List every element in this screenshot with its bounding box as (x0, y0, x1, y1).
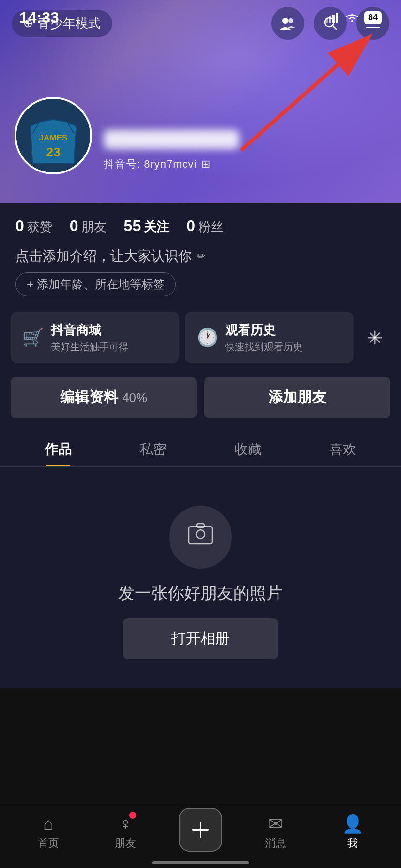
stat-fans: 0 粉丝 (186, 217, 223, 235)
stat-friends-number: 0 (70, 217, 78, 235)
avatar[interactable]: JAMES 23 (15, 97, 92, 174)
svg-text:23: 23 (46, 145, 61, 159)
add-friend-button[interactable]: 添加朋友 (204, 377, 390, 418)
nav-me-label: 我 (347, 836, 358, 851)
open-album-button[interactable]: 打开相册 (123, 618, 278, 659)
svg-rect-3 (336, 13, 338, 23)
shop-subtitle: 美好生活触手可得 (51, 341, 128, 354)
action-buttons-row: 编辑资料 40% 添加朋友 (0, 373, 401, 430)
nav-tab-home[interactable]: ⌂ 首页 (24, 814, 73, 851)
edit-profile-button[interactable]: 编辑资料 40% (11, 377, 197, 418)
status-icons: 84 (325, 11, 382, 24)
svg-rect-2 (332, 15, 335, 23)
svg-rect-24 (197, 524, 204, 527)
edit-profile-label: 编辑资料 (60, 389, 118, 405)
stat-friends: 0 朋友 (70, 217, 107, 235)
svg-rect-22 (189, 527, 212, 544)
user-id-text: 抖音号: 8ryn7mcvi (104, 157, 197, 171)
tab-works-label: 作品 (45, 442, 72, 457)
more-links-button[interactable] (359, 322, 390, 353)
svg-rect-1 (329, 16, 331, 23)
tab-private-label: 私密 (139, 442, 167, 457)
nav-home-label: 首页 (38, 836, 59, 851)
history-link-card[interactable]: 🕐 观看历史 快速找到观看历史 (185, 312, 354, 363)
history-subtitle: 快速找到观看历史 (225, 341, 303, 354)
history-title: 观看历史 (225, 322, 303, 339)
stat-friends-label: 朋友 (81, 218, 107, 235)
quick-links-row: 🛒 抖音商城 美好生活触手可得 🕐 观看历史 快速找到观看历史 (0, 302, 401, 373)
home-icon: ⌂ (43, 814, 54, 834)
bio-text[interactable]: 点击添加介绍，让大家认识你 ✏ (15, 247, 386, 265)
stat-following[interactable]: 55 关注 (124, 217, 170, 235)
friends-nav-icon: ♀ (119, 814, 132, 834)
bio-placeholder: 点击添加介绍，让大家认识你 (15, 247, 192, 265)
qr-icon: ⊞ (201, 158, 210, 170)
me-icon: 👤 (342, 814, 364, 834)
add-friend-label: 添加朋友 (268, 389, 326, 405)
stat-fans-number: 0 (186, 217, 195, 235)
battery-indicator: 84 (364, 11, 382, 24)
stat-following-label: 关注 (144, 218, 169, 235)
profile-text-area: 抖音号: 8ryn7mcvi ⊞ (104, 130, 239, 174)
friends-notification-dot (129, 812, 136, 819)
empty-state: 发一张你好朋友的照片 打开相册 (0, 467, 401, 688)
edit-bio-icon: ✏ (197, 250, 205, 263)
avatar-image: JAMES 23 (16, 99, 90, 172)
shop-icon: 🛒 (22, 327, 44, 348)
asterisk-icon (368, 330, 382, 345)
stats-row: 0 获赞 0 朋友 55 关注 0 粉丝 (0, 203, 401, 243)
history-text: 观看历史 快速找到观看历史 (225, 322, 303, 354)
tab-liked-label: 喜欢 (329, 442, 356, 457)
tab-favorites-label: 收藏 (234, 442, 262, 457)
bottom-nav: ⌂ 首页 ♀ 朋友 ✉ 消息 👤 我 (0, 804, 401, 868)
add-tags-button[interactable]: + 添加年龄、所在地等标签 (15, 272, 176, 296)
stat-fans-label: 粉丝 (198, 218, 223, 235)
profile-info-area: JAMES 23 抖音号: 8ryn7mcvi ⊞ (15, 97, 239, 174)
signal-icon (325, 13, 340, 23)
bio-section: 点击添加介绍，让大家认识你 ✏ + 添加年龄、所在地等标签 (0, 243, 401, 302)
stat-likes: 0 获赞 (15, 217, 52, 235)
shop-text: 抖音商城 美好生活触手可得 (51, 322, 128, 354)
stat-likes-label: 获赞 (27, 218, 52, 235)
user-id-area: 抖音号: 8ryn7mcvi ⊞ (104, 157, 239, 171)
open-album-label: 打开相册 (171, 630, 230, 646)
username-blurred (104, 130, 239, 149)
svg-point-23 (196, 530, 205, 539)
empty-photo-icon (188, 523, 213, 552)
wifi-icon (345, 13, 359, 23)
status-bar: 14:33 84 (0, 0, 401, 31)
nav-tab-messages[interactable]: ✉ 消息 (251, 814, 300, 851)
tab-works[interactable]: 作品 (11, 430, 106, 466)
tab-liked[interactable]: 喜欢 (295, 430, 390, 466)
nav-messages-label: 消息 (265, 836, 286, 851)
stat-following-number: 55 (124, 217, 141, 235)
stat-likes-number: 0 (15, 217, 24, 235)
nav-tab-me[interactable]: 👤 我 (328, 814, 377, 851)
tab-favorites[interactable]: 收藏 (200, 430, 295, 466)
svg-text:JAMES: JAMES (39, 133, 68, 142)
svg-rect-0 (325, 18, 328, 23)
create-button[interactable] (179, 808, 222, 852)
status-time: 14:33 (19, 9, 59, 27)
messages-icon: ✉ (268, 814, 283, 834)
content-tabs: 作品 私密 收藏 喜欢 (0, 430, 401, 467)
nav-tab-friends[interactable]: ♀ 朋友 (101, 814, 150, 851)
edit-profile-percent: 40% (122, 390, 147, 405)
tab-private[interactable]: 私密 (106, 430, 200, 466)
empty-text: 发一张你好朋友的照片 (118, 582, 283, 604)
empty-icon-circle (169, 506, 232, 569)
add-tags-label: + 添加年龄、所在地等标签 (27, 277, 165, 292)
nav-friends-label: 朋友 (115, 836, 136, 851)
history-icon: 🕐 (197, 327, 218, 348)
home-indicator (152, 861, 249, 864)
plus-icon (191, 820, 210, 839)
shop-title: 抖音商城 (51, 322, 128, 339)
tags-row: + 添加年龄、所在地等标签 (15, 272, 386, 296)
shop-link-card[interactable]: 🛒 抖音商城 美好生活触手可得 (11, 312, 179, 363)
profile-content: 0 获赞 0 朋友 55 关注 0 粉丝 点击添加介绍，让大家认识你 ✏ (0, 203, 401, 688)
